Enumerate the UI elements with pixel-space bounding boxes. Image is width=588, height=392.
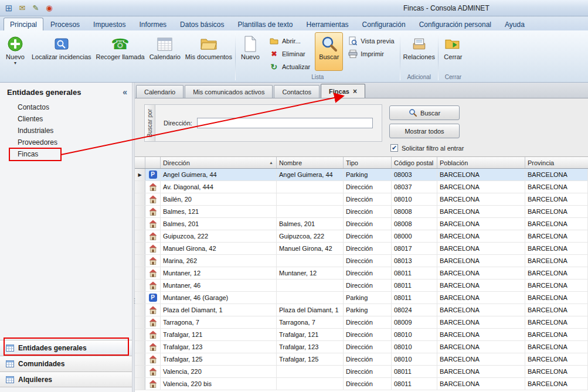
mail-icon[interactable]: ✉ [16,2,28,14]
ribbon-tab-impuestos[interactable]: Impuestos [87,18,132,30]
table-row[interactable]: Manuel Girona, 42Manuel Girona, 42Direcc… [135,243,588,255]
column-header-label: Tipo [346,159,358,166]
record-icon[interactable]: ◉ [43,2,55,14]
ribbon-tab-herramientas[interactable]: Herramientas [300,18,355,30]
ribbon-tab-ayuda[interactable]: Ayuda [498,18,531,30]
table-row[interactable]: Muntaner, 46Dirección08011BARCELONABARCE… [135,279,588,292]
ribbon-tab-datos-basicos[interactable]: Datos básicos [174,18,230,30]
column-header-codigo-postal[interactable]: Código postal [392,157,437,168]
tab-contactos[interactable]: Contactos [274,85,320,98]
table-row[interactable]: Valencia, 220Dirección08011BARCELONABARC… [135,366,588,378]
actualizar-button[interactable]: ↻ Actualizar [267,62,312,71]
sidebar-item-proveedores[interactable]: Proveedores [0,137,132,148]
tab-mis-comunicados-activos[interactable]: Mis comunicados activos [185,85,273,98]
row-indicator [135,341,145,353]
card-index-icon [412,34,427,53]
cell-tipo: Parking [344,169,392,180]
column-header-poblacion[interactable]: Población [437,157,525,168]
mostrar-todos-button[interactable]: Mostrar todos [389,124,460,138]
table-row[interactable]: Balmes, 121Dirección08008BARCELONABARCEL… [135,206,588,218]
cell-codigo-postal: 08010 [392,353,437,365]
nuevo-button[interactable]: Nuevo ▾ [1,32,29,71]
cell-tipo: Dirección [344,218,392,230]
table-row[interactable]: Trafalgar, 125Trafalgar, 125Dirección080… [135,353,588,366]
cell-provincia: BARCELONA [525,267,588,279]
localizar-incidencias-button[interactable]: Localizar incidencias [29,32,94,71]
table-row[interactable]: Av. Diagonal, 444Dirección08037BARCELONA… [135,181,588,193]
building-icon [145,316,161,328]
eliminar-button[interactable]: ✖ Eliminar [267,49,312,59]
filter-buscar-button[interactable]: Buscar [389,105,460,120]
table-row[interactable]: Trafalgar, 123Trafalgar, 123Dirección080… [135,341,588,353]
filter-checkbox[interactable]: ✔ [390,144,398,152]
table-row[interactable]: Balmes, 201Balmes, 201Dirección08008BARC… [135,218,588,230]
tab-fincas[interactable]: Fincas× [321,84,365,98]
cell-codigo-postal: 08011 [392,378,437,390]
nuevo-lista-button[interactable]: Nuevo [236,32,264,71]
row-indicator [135,329,145,340]
cell-provincia: BARCELONA [525,366,588,377]
localizar-incidencias-icon [54,34,69,53]
column-header-provincia[interactable]: Provincia [525,157,588,168]
cell-poblacion: BARCELONA [437,267,525,279]
cerrar-button[interactable]: Cerrar [439,32,467,71]
cell-provincia: BARCELONA [525,329,588,340]
edit-icon[interactable]: ✎ [30,2,42,14]
table-row[interactable]: Bailén, 20Dirección08010BARCELONABARCELO… [135,193,588,206]
recoger-llamada-button[interactable]: ☎ Recoger llamada [94,32,147,71]
mis-documentos-button[interactable]: Mis documentos [183,32,234,71]
buscar-button[interactable]: Buscar [315,32,343,71]
table-row[interactable]: Marina, 262Dirección08013BARCELONABARCEL… [135,255,588,267]
cell-codigo-postal: 08010 [392,341,437,353]
sidebar-item-industriales[interactable]: Industriales [0,125,132,137]
direccion-input[interactable] [197,118,373,128]
table-row[interactable]: Guipuzcoa, 222Guipuzcoa, 222Dirección080… [135,230,588,243]
cell-provincia: BARCELONA [525,230,588,242]
table-icon [6,345,14,352]
sidebar-item-contactos[interactable]: Contactos [0,101,132,113]
imprimir-button[interactable]: Imprimir [346,49,396,59]
row-indicator: ▶ [135,169,145,180]
cell-nombre: Guipuzcoa, 222 [277,230,344,242]
row-indicator [135,267,145,279]
ribbon-tab-principal[interactable]: Principal [4,18,43,30]
row-indicator [135,304,145,316]
nav-button-entidades-generales[interactable]: Entidades generales [0,340,132,356]
abrir-button[interactable]: Abrir... [267,36,312,46]
nav-button-alquileres[interactable]: Alquileres [0,371,132,387]
ribbon-group-label-general [1,73,234,82]
table-row[interactable]: Trafalgar, 121Trafalgar, 121Dirección080… [135,329,588,341]
column-header-direccion[interactable]: Dirección▲ [161,157,277,168]
sidebar-item-fincas[interactable]: Fincas [0,148,132,160]
table-row[interactable]: PMuntaner, 46 (Garage)Parking08011BARCEL… [135,292,588,304]
sidebar-item-clientes[interactable]: Clientes [0,113,132,125]
column-header-nombre[interactable]: Nombre [277,157,344,168]
cell-direccion: Valencia, 220 bis [161,378,277,390]
table-row[interactable]: Valencia, 220 bisDirección08011BARCELONA… [135,378,588,390]
vista-previa-button[interactable]: Vista previa [346,36,396,46]
table-row[interactable]: Plaza del Diamant, 1Plaza del Diamant, 1… [135,304,588,316]
ribbon-tab-configuracion-personal[interactable]: Configuración personal [413,18,498,30]
cell-direccion: Angel Guimera, 44 [161,169,277,180]
table-row[interactable]: Muntaner, 12Muntaner, 12Dirección08011BA… [135,267,588,279]
relaciones-button[interactable]: Relaciones [401,32,437,71]
table-row[interactable]: ▶PAngel Guimera, 44Angel Guimera, 44Park… [135,169,588,181]
ribbon-tab-informes[interactable]: Informes [132,18,173,30]
cell-tipo: Dirección [344,353,392,365]
app-icon[interactable]: ⊞ [3,2,15,14]
cell-nombre: Manuel Girona, 42 [277,243,344,254]
preview-icon [348,36,358,46]
delete-icon: ✖ [269,50,279,58]
nav-button-comunidades[interactable]: Comunidades [0,356,132,371]
ribbon-tab-plantillas-de-texto[interactable]: Plantillas de texto [231,18,299,30]
table-row[interactable]: Tarragona, 7Tarragona, 7Dirección08009BA… [135,316,588,329]
calendario-button[interactable]: Calendario [147,32,183,71]
building-icon [145,267,161,279]
column-header-tipo[interactable]: Tipo [344,157,392,168]
tab-calendario[interactable]: Calendario [136,85,183,98]
close-icon[interactable]: × [353,87,357,96]
ribbon-tab-procesos[interactable]: Procesos [44,18,86,30]
ribbon-tab-configuracion[interactable]: Configuración [356,18,412,30]
cell-poblacion: BARCELONA [437,292,525,304]
collapse-icon[interactable]: « [123,87,127,97]
